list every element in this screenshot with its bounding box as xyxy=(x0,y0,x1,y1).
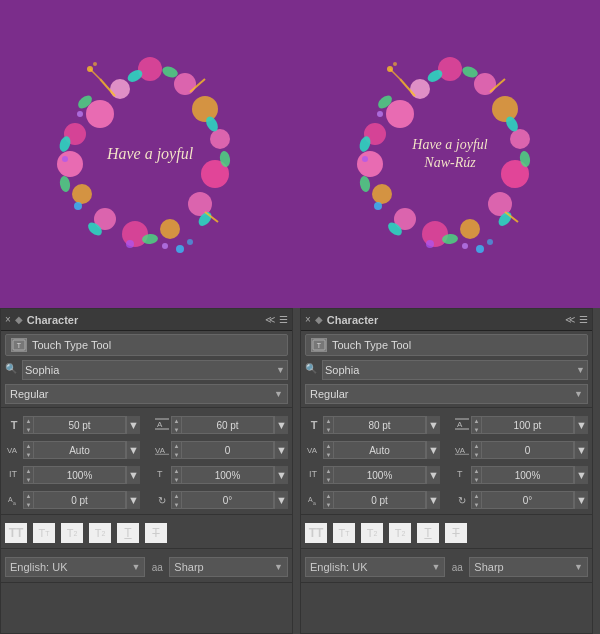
panel-right-rotate-input[interactable]: ▲ ▼ 0° xyxy=(471,491,574,509)
track-spinners-right[interactable]: ▲ ▼ xyxy=(472,441,482,459)
size-spinners-right[interactable]: ▲ ▼ xyxy=(324,416,334,434)
lead-down-left[interactable]: ▼ xyxy=(172,425,181,434)
lead-dropdown-left[interactable]: ▼ xyxy=(274,416,288,434)
scalev-down-left[interactable]: ▼ xyxy=(172,475,181,484)
rotate-spinners-right[interactable]: ▲ ▼ xyxy=(472,491,482,509)
panel-right-kern-input[interactable]: ▲ ▼ Auto xyxy=(323,441,426,459)
panel-left-menu[interactable]: ☰ xyxy=(279,314,288,325)
panel-right-sharp-select[interactable]: Sharp ▼ xyxy=(469,557,588,577)
panel-left-style-select[interactable]: Regular ▼ xyxy=(5,384,288,404)
track-dropdown-left[interactable]: ▼ xyxy=(274,441,288,459)
panel-right-scalev-input[interactable]: ▲ ▼ 100% xyxy=(471,466,574,484)
panel-right-track-input[interactable]: ▲ ▼ 0 xyxy=(471,441,574,459)
size-up-right[interactable]: ▲ xyxy=(324,416,333,425)
rotate-down-left[interactable]: ▼ xyxy=(172,500,181,509)
track-down-left[interactable]: ▼ xyxy=(172,450,181,459)
baseline-spinners-left[interactable]: ▲ ▼ xyxy=(24,491,34,509)
typo-t3-right[interactable]: T2 xyxy=(389,523,411,543)
baseline-spinners-right[interactable]: ▲ ▼ xyxy=(324,491,334,509)
track-up-right[interactable]: ▲ xyxy=(472,441,481,450)
scalev-down-right[interactable]: ▼ xyxy=(472,475,481,484)
panel-right-lang-select[interactable]: English: UK ▼ xyxy=(305,557,445,577)
size-down-left[interactable]: ▼ xyxy=(24,425,33,434)
size-spinners-left[interactable]: ▲ ▼ xyxy=(24,416,34,434)
typo-t5-right[interactable]: T xyxy=(445,523,467,543)
panel-right-size-input[interactable]: ▲ ▼ 80 pt xyxy=(323,416,426,434)
kern-dropdown-left[interactable]: ▼ xyxy=(126,441,140,459)
panel-right-scaleh-input[interactable]: ▲ ▼ 100% xyxy=(323,466,426,484)
panel-left-rotate-input[interactable]: ▲ ▼ 0° xyxy=(171,491,274,509)
scalev-dropdown-right[interactable]: ▼ xyxy=(574,466,588,484)
rotate-up-right[interactable]: ▲ xyxy=(472,491,481,500)
panel-right-baseline-input[interactable]: ▲ ▼ 0 pt xyxy=(323,491,426,509)
panel-left-arrows[interactable]: ≪ xyxy=(265,314,275,325)
scalev-dropdown-left[interactable]: ▼ xyxy=(274,466,288,484)
lead-dropdown-right[interactable]: ▼ xyxy=(574,416,588,434)
lead-up-right[interactable]: ▲ xyxy=(472,416,481,425)
size-down-right[interactable]: ▼ xyxy=(324,425,333,434)
panel-right-lead-input[interactable]: ▲ ▼ 100 pt xyxy=(471,416,574,434)
kern-spinners-right[interactable]: ▲ ▼ xyxy=(324,441,334,459)
lead-spinners-left[interactable]: ▲ ▼ xyxy=(172,416,182,434)
rotate-spinners-left[interactable]: ▲ ▼ xyxy=(172,491,182,509)
scaleh-spinners-right[interactable]: ▲ ▼ xyxy=(324,466,334,484)
rotate-dropdown-right[interactable]: ▼ xyxy=(574,491,588,509)
size-up-left[interactable]: ▲ xyxy=(24,416,33,425)
baseline-dropdown-left[interactable]: ▼ xyxy=(126,491,140,509)
panel-left-scalev-input[interactable]: ▲ ▼ 100% xyxy=(171,466,274,484)
panel-left-touch-type[interactable]: T Touch Type Tool xyxy=(5,334,288,356)
typo-tt-right[interactable]: TT xyxy=(305,523,327,543)
panel-left-baseline-input[interactable]: ▲ ▼ 0 pt xyxy=(23,491,126,509)
track-dropdown-right[interactable]: ▼ xyxy=(574,441,588,459)
size-dropdown-right[interactable]: ▼ xyxy=(426,416,440,434)
kern-down-left[interactable]: ▼ xyxy=(24,450,33,459)
lead-up-left[interactable]: ▲ xyxy=(172,416,181,425)
scalev-spinners-right[interactable]: ▲ ▼ xyxy=(472,466,482,484)
baseline-down-right[interactable]: ▼ xyxy=(324,500,333,509)
typo-t1-right[interactable]: TT xyxy=(333,523,355,543)
kern-up-right[interactable]: ▲ xyxy=(324,441,333,450)
lead-down-right[interactable]: ▼ xyxy=(472,425,481,434)
typo-t1-left[interactable]: TT xyxy=(33,523,55,543)
scaleh-dropdown-right[interactable]: ▼ xyxy=(426,466,440,484)
kern-dropdown-right[interactable]: ▼ xyxy=(426,441,440,459)
panel-right-touch-type[interactable]: T Touch Type Tool xyxy=(305,334,588,356)
rotate-up-left[interactable]: ▲ xyxy=(172,491,181,500)
panel-left-lang-select[interactable]: English: UK ▼ xyxy=(5,557,145,577)
scaleh-down-right[interactable]: ▼ xyxy=(324,475,333,484)
typo-t5-left[interactable]: T xyxy=(145,523,167,543)
panel-left-size-input[interactable]: ▲ ▼ 50 pt xyxy=(23,416,126,434)
typo-t4-left[interactable]: T xyxy=(117,523,139,543)
typo-t3-left[interactable]: T2 xyxy=(89,523,111,543)
panel-left-kern-input[interactable]: ▲ ▼ Auto xyxy=(23,441,126,459)
track-down-right[interactable]: ▼ xyxy=(472,450,481,459)
panel-left-track-input[interactable]: ▲ ▼ 0 xyxy=(171,441,274,459)
baseline-dropdown-right[interactable]: ▼ xyxy=(426,491,440,509)
kern-spinners-left[interactable]: ▲ ▼ xyxy=(24,441,34,459)
track-up-left[interactable]: ▲ xyxy=(172,441,181,450)
panel-left-font-select[interactable]: Sophia ▼ xyxy=(22,360,288,380)
typo-t2-left[interactable]: T2 xyxy=(61,523,83,543)
typo-t2-right[interactable]: T2 xyxy=(361,523,383,543)
kern-down-right[interactable]: ▼ xyxy=(324,450,333,459)
panel-left-sharp-select[interactable]: Sharp ▼ xyxy=(169,557,288,577)
scaleh-dropdown-left[interactable]: ▼ xyxy=(126,466,140,484)
baseline-up-left[interactable]: ▲ xyxy=(24,491,33,500)
lead-spinners-right[interactable]: ▲ ▼ xyxy=(472,416,482,434)
scalev-spinners-left[interactable]: ▲ ▼ xyxy=(172,466,182,484)
panel-left-close[interactable]: × xyxy=(5,314,11,325)
panel-right-menu[interactable]: ☰ xyxy=(579,314,588,325)
scalev-up-left[interactable]: ▲ xyxy=(172,466,181,475)
panel-right-arrows[interactable]: ≪ xyxy=(565,314,575,325)
panel-left-scaleh-input[interactable]: ▲ ▼ 100% xyxy=(23,466,126,484)
kern-up-left[interactable]: ▲ xyxy=(24,441,33,450)
rotate-dropdown-left[interactable]: ▼ xyxy=(274,491,288,509)
track-spinners-left[interactable]: ▲ ▼ xyxy=(172,441,182,459)
typo-tt-left[interactable]: TT xyxy=(5,523,27,543)
baseline-down-left[interactable]: ▼ xyxy=(24,500,33,509)
panel-right-style-select[interactable]: Regular ▼ xyxy=(305,384,588,404)
panel-right-font-select[interactable]: Sophia ▼ xyxy=(322,360,588,380)
panel-right-close[interactable]: × xyxy=(305,314,311,325)
scaleh-up-left[interactable]: ▲ xyxy=(24,466,33,475)
baseline-up-right[interactable]: ▲ xyxy=(324,491,333,500)
